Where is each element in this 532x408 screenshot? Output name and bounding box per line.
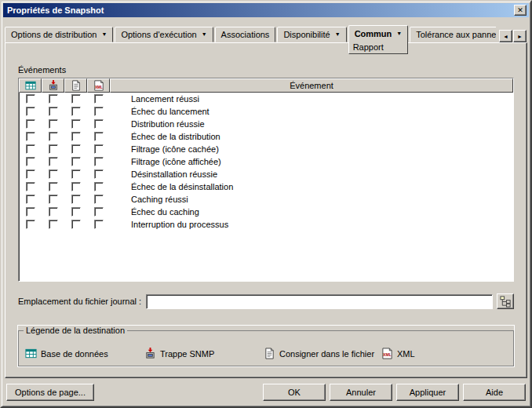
event-checkbox-xml[interactable] bbox=[94, 132, 104, 141]
tab-scroll-left-icon[interactable]: ◄ bbox=[499, 30, 512, 42]
tab-label: Associations bbox=[221, 30, 270, 39]
event-checkbox-snmp[interactable] bbox=[49, 182, 58, 191]
tab-tolerance-pannes[interactable]: Tolérance aux panne bbox=[410, 27, 496, 42]
log-file-path-input[interactable] bbox=[146, 294, 493, 309]
tab-scroll-right-icon[interactable]: ► bbox=[513, 30, 527, 42]
tab-commun-subpage-rapport[interactable]: Rapport bbox=[348, 42, 409, 54]
header-event-column[interactable]: Événement bbox=[110, 78, 513, 93]
tab-strip: Options de distribution ▼ Options d'exéc… bbox=[5, 25, 496, 60]
event-checkbox-xml[interactable] bbox=[94, 94, 104, 104]
table-row: Distribution réussie bbox=[19, 118, 513, 130]
logfile-cell bbox=[64, 157, 87, 166]
cancel-button[interactable]: Annuler bbox=[330, 384, 392, 401]
event-checkbox-xml[interactable] bbox=[94, 169, 104, 179]
page-options-button[interactable]: Options de page... bbox=[6, 384, 94, 401]
logfile-cell bbox=[64, 144, 87, 154]
xml-cell bbox=[87, 107, 110, 116]
event-checkbox-database[interactable] bbox=[26, 220, 35, 229]
database-cell bbox=[19, 182, 42, 191]
title-bar[interactable]: Propriétés de Snapshot ✕ bbox=[3, 3, 529, 17]
snmp-cell bbox=[42, 195, 64, 204]
tab-page-rapport: Événements Événement bbox=[5, 42, 527, 378]
event-label: Distribution réussie bbox=[110, 119, 205, 129]
event-checkbox-database[interactable] bbox=[26, 157, 35, 166]
event-checkbox-snmp[interactable] bbox=[49, 144, 58, 154]
event-checkbox-xml[interactable] bbox=[94, 144, 104, 154]
event-checkbox-snmp[interactable] bbox=[49, 119, 58, 129]
event-checkbox-logfile[interactable] bbox=[71, 107, 81, 116]
event-checkbox-xml[interactable] bbox=[94, 157, 104, 166]
event-checkbox-database[interactable] bbox=[26, 107, 35, 116]
snmp-cell bbox=[42, 182, 64, 191]
legend-item-logfile: Consigner dans le fichier bbox=[264, 348, 374, 359]
window-title: Propriétés de Snapshot bbox=[7, 5, 104, 15]
event-checkbox-database[interactable] bbox=[26, 169, 35, 179]
event-checkbox-snmp[interactable] bbox=[49, 220, 58, 229]
event-checkbox-snmp[interactable] bbox=[49, 94, 58, 104]
event-checkbox-database[interactable] bbox=[26, 207, 35, 217]
ok-button[interactable]: OK bbox=[263, 384, 326, 401]
event-checkbox-snmp[interactable] bbox=[49, 195, 58, 204]
event-checkbox-logfile[interactable] bbox=[71, 169, 81, 179]
event-checkbox-snmp[interactable] bbox=[49, 107, 58, 116]
event-checkbox-logfile[interactable] bbox=[71, 195, 81, 204]
table-row: Caching réussi bbox=[19, 193, 513, 206]
legend-item-database: Base de données bbox=[25, 348, 108, 359]
apply-button[interactable]: Appliquer bbox=[396, 384, 459, 401]
close-button[interactable]: ✕ bbox=[514, 5, 527, 16]
help-button[interactable]: Aide bbox=[463, 384, 526, 401]
event-checkbox-logfile[interactable] bbox=[71, 119, 81, 129]
logfile-cell bbox=[64, 182, 87, 191]
event-label: Désinstallation réussie bbox=[110, 169, 217, 179]
snmp-cell bbox=[42, 94, 64, 104]
event-checkbox-logfile[interactable] bbox=[71, 144, 81, 154]
tab-associations[interactable]: Associations bbox=[215, 27, 276, 42]
tab-options-execution[interactable]: Options d'exécution ▼ bbox=[115, 27, 213, 42]
tab-commun[interactable]: Commun ▼ Rapport bbox=[348, 25, 409, 42]
event-checkbox-snmp[interactable] bbox=[49, 132, 58, 141]
event-label: Interruption du processus bbox=[110, 220, 228, 229]
event-checkbox-logfile[interactable] bbox=[71, 157, 81, 166]
table-row: Lancement réussi bbox=[19, 93, 513, 105]
logfile-cell bbox=[64, 132, 87, 141]
event-checkbox-logfile[interactable] bbox=[71, 182, 81, 191]
header-database-column[interactable] bbox=[19, 78, 42, 93]
logfile-cell bbox=[64, 220, 87, 229]
event-checkbox-logfile[interactable] bbox=[71, 132, 81, 141]
browse-button[interactable] bbox=[497, 293, 514, 309]
event-checkbox-xml[interactable] bbox=[94, 195, 104, 204]
event-checkbox-xml[interactable] bbox=[94, 107, 104, 116]
event-checkbox-database[interactable] bbox=[26, 182, 35, 191]
event-checkbox-xml[interactable] bbox=[94, 182, 104, 191]
table-row: Interruption du processus bbox=[19, 218, 513, 231]
tab-label: Options de distribution bbox=[11, 30, 97, 39]
event-checkbox-database[interactable] bbox=[26, 144, 35, 154]
event-checkbox-snmp[interactable] bbox=[49, 207, 58, 217]
log-file-row: Emplacement du fichier journal : bbox=[18, 293, 514, 310]
header-xml-column[interactable] bbox=[87, 78, 110, 93]
event-checkbox-database[interactable] bbox=[26, 195, 35, 204]
table-row: Échec de la désinstallation bbox=[19, 180, 513, 193]
database-cell bbox=[19, 107, 42, 116]
database-cell bbox=[19, 220, 42, 229]
snmp-cell bbox=[42, 169, 64, 179]
database-icon bbox=[25, 348, 37, 359]
event-checkbox-xml[interactable] bbox=[94, 220, 104, 229]
event-checkbox-xml[interactable] bbox=[94, 207, 104, 217]
dropdown-arrow-icon: ▼ bbox=[202, 31, 207, 37]
event-checkbox-xml[interactable] bbox=[94, 119, 104, 129]
event-checkbox-logfile[interactable] bbox=[71, 220, 81, 229]
event-checkbox-logfile[interactable] bbox=[71, 207, 81, 217]
event-checkbox-snmp[interactable] bbox=[49, 169, 58, 179]
tab-options-distribution[interactable]: Options de distribution ▼ bbox=[5, 27, 113, 42]
event-checkbox-logfile[interactable] bbox=[71, 94, 81, 104]
event-checkbox-database[interactable] bbox=[26, 94, 35, 104]
event-checkbox-snmp[interactable] bbox=[49, 157, 58, 166]
event-checkbox-database[interactable] bbox=[26, 132, 35, 141]
header-snmp-column[interactable] bbox=[42, 78, 64, 93]
snmp-cell bbox=[42, 119, 64, 129]
tab-disponibilite[interactable]: Disponibilité ▼ bbox=[277, 27, 346, 42]
tab-label: Tolérance aux panne bbox=[416, 30, 496, 39]
event-checkbox-database[interactable] bbox=[26, 119, 35, 129]
header-logfile-column[interactable] bbox=[64, 78, 87, 93]
